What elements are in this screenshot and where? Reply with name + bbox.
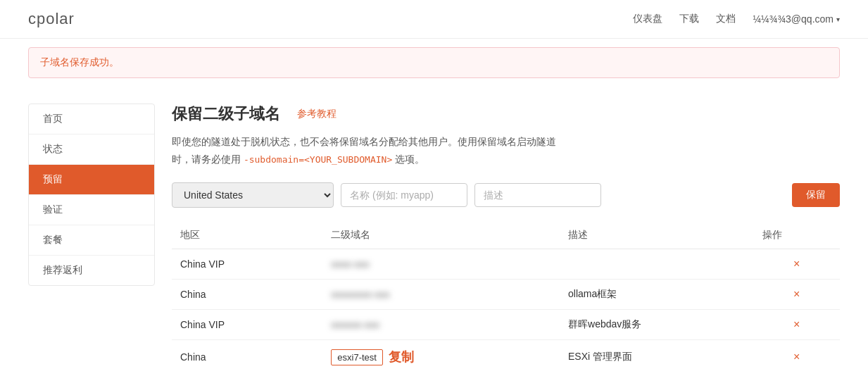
nav-download[interactable]: 下载 <box>679 13 699 25</box>
cell-action: × <box>754 310 840 340</box>
chevron-down-icon: ▾ <box>836 15 840 23</box>
code-option: -subdomain=<YOUR_SUBDOMAIN> <box>244 154 392 165</box>
cell-desc <box>560 249 754 280</box>
table-row: China VIP¤¤¤¤¤¤ ¤¤¤群晖webdav服务× <box>172 310 840 340</box>
copy-button[interactable]: 复制 <box>389 349 414 365</box>
col-header-desc: 描述 <box>560 222 754 249</box>
cell-desc: ESXi 管理界面 <box>560 340 754 375</box>
form-row: United States China China VIP 保留 <box>172 182 840 208</box>
col-header-action: 操作 <box>754 222 840 249</box>
subdomain-blurred: ¤¤¤¤¤¤¤¤ ¤¤¤ <box>331 289 389 300</box>
logo: cpolar <box>28 10 75 28</box>
subdomain-blurred: ¤¤¤¤¤¤ ¤¤¤ <box>331 320 379 330</box>
region-select[interactable]: United States China China VIP <box>172 182 334 208</box>
cell-subdomain: ¤¤¤¤¤¤¤¤ ¤¤¤ <box>322 280 560 310</box>
reference-link[interactable]: 参考教程 <box>297 108 336 120</box>
nav-dashboard[interactable]: 仪表盘 <box>633 13 662 25</box>
table-row: China¤¤¤¤¤¤¤¤ ¤¤¤ollama框架× <box>172 280 840 310</box>
delete-button[interactable]: × <box>793 258 800 270</box>
subdomain-table: 地区 二级域名 描述 操作 China VIP¤¤¤¤ ¤¤¤×China¤¤¤… <box>172 222 840 374</box>
subdomain-blurred: ¤¤¤¤ ¤¤¤ <box>331 259 369 270</box>
nav-docs[interactable]: 文档 <box>716 13 736 25</box>
table-row: Chinaesxi7-test复制ESXi 管理界面× <box>172 340 840 375</box>
cell-subdomain: esxi7-test复制 <box>322 340 560 375</box>
sidebar-item-reserve[interactable]: 预留 <box>29 165 154 195</box>
cell-subdomain: ¤¤¤¤¤¤ ¤¤¤ <box>322 310 560 340</box>
sidebar: 首页 状态 预留 验证 套餐 推荐返利 <box>28 104 155 286</box>
cell-region: China <box>172 340 322 375</box>
col-header-region: 地区 <box>172 222 322 249</box>
sidebar-item-plan[interactable]: 套餐 <box>29 225 154 256</box>
delete-button[interactable]: × <box>793 351 800 363</box>
user-menu[interactable]: ¼¼¾¾3@qq.com ▾ <box>753 13 840 25</box>
cell-desc: 群晖webdav服务 <box>560 310 754 340</box>
cell-region: China VIP <box>172 310 322 340</box>
cell-subdomain: ¤¤¤¤ ¤¤¤ <box>322 249 560 280</box>
page-title: 保留二级子域名 <box>172 104 280 125</box>
content-area: 保留二级子域名 参考教程 即使您的隧道处于脱机状态，也不会将保留域名分配给其他用… <box>172 104 840 374</box>
col-header-subdomain: 二级域名 <box>322 222 560 249</box>
desc-input[interactable] <box>474 183 601 207</box>
content-description: 即使您的隧道处于脱机状态，也不会将保留域名分配给其他用户。使用保留域名启动隧道 … <box>172 133 840 168</box>
delete-button[interactable]: × <box>793 318 800 330</box>
cell-region: China <box>172 280 322 310</box>
sidebar-item-home[interactable]: 首页 <box>29 104 154 134</box>
subdomain-value: esxi7-test <box>331 349 383 365</box>
cell-region: China VIP <box>172 249 322 280</box>
nav: 仪表盘 下载 文档 ¼¼¾¾3@qq.com ▾ <box>633 13 840 25</box>
user-email: ¼¼¾¾3@qq.com <box>753 13 834 25</box>
header: cpolar 仪表盘 下载 文档 ¼¼¾¾3@qq.com ▾ <box>0 0 868 39</box>
delete-button[interactable]: × <box>793 288 800 300</box>
content-header: 保留二级子域名 参考教程 <box>172 104 840 125</box>
table-row: China VIP¤¤¤¤ ¤¤¤× <box>172 249 840 280</box>
alert-message: 子域名保存成功。 <box>40 56 119 68</box>
cell-action: × <box>754 340 840 375</box>
cell-action: × <box>754 280 840 310</box>
name-input[interactable] <box>341 183 467 207</box>
sidebar-item-auth[interactable]: 验证 <box>29 195 154 225</box>
cell-action: × <box>754 249 840 280</box>
save-button[interactable]: 保留 <box>792 183 840 207</box>
cell-desc: ollama框架 <box>560 280 754 310</box>
alert-banner: 子域名保存成功。 <box>28 47 840 78</box>
main-layout: 首页 状态 预留 验证 套餐 推荐返利 保留二级子域名 参考教程 即使您的隧道处… <box>0 87 868 388</box>
sidebar-item-status[interactable]: 状态 <box>29 134 154 165</box>
sidebar-item-referral[interactable]: 推荐返利 <box>29 256 154 285</box>
